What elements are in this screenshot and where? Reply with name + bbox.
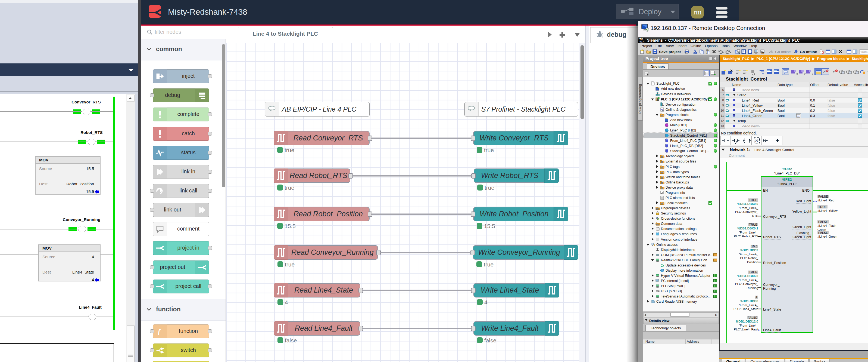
svg-text:RT: RT xyxy=(762,52,765,54)
svg-text:f: f xyxy=(158,328,161,336)
svg-text:?: ? xyxy=(820,50,821,52)
svg-text:Q: Q xyxy=(661,108,663,111)
svg-text:01: 01 xyxy=(738,52,740,54)
svg-text:i: i xyxy=(662,269,662,272)
svg-text:??: ?? xyxy=(755,139,758,142)
